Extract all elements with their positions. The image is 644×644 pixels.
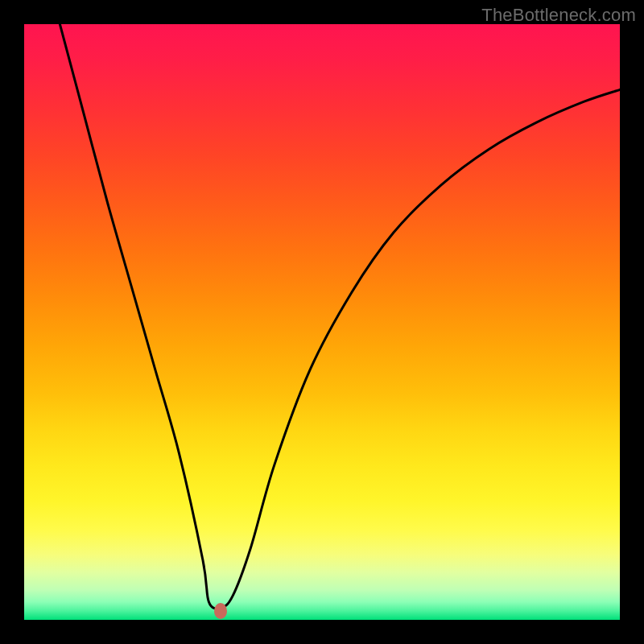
watermark-text: TheBottleneck.com bbox=[481, 5, 636, 26]
bottleneck-curve bbox=[24, 24, 620, 620]
optimal-point-marker bbox=[214, 603, 227, 619]
chart-frame: TheBottleneck.com bbox=[0, 0, 644, 644]
plot-area bbox=[24, 24, 620, 620]
